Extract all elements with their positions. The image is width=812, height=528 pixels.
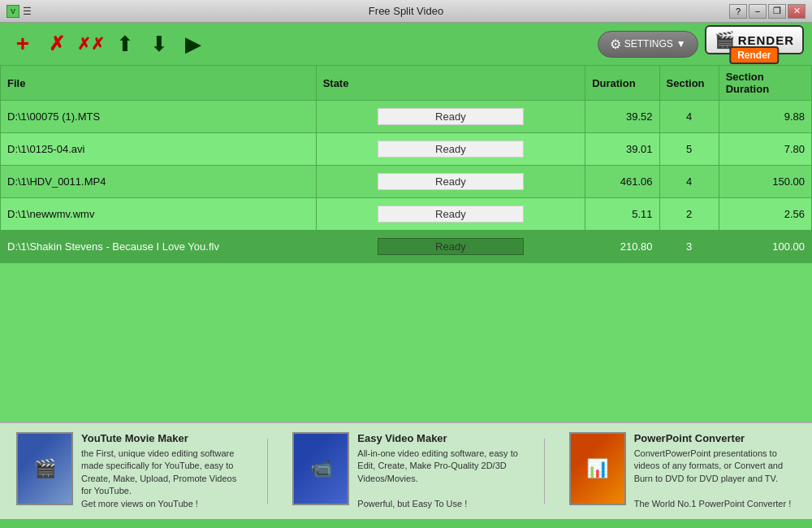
- menu-icon[interactable]: ☰: [23, 6, 32, 17]
- table-row[interactable]: D:\1\Shakin Stevens - Because I Love You…: [1, 231, 812, 263]
- cell-file: D:\1\0125-04.avi: [1, 133, 317, 166]
- state-box: Ready: [378, 173, 524, 190]
- cell-duration: 39.52: [585, 101, 659, 133]
- app-icon: V: [6, 5, 19, 18]
- ad-youtube-desc: the First, unique video editing software…: [81, 448, 243, 510]
- cell-section: 3: [659, 231, 719, 263]
- cell-duration: 39.01: [585, 133, 659, 166]
- col-header-section: Section: [659, 66, 719, 101]
- ad-powerpoint-text: PowerPoint Converter ConvertPowerPoint p…: [634, 432, 796, 510]
- cell-state: Ready: [316, 166, 585, 198]
- cell-section: 4: [659, 101, 719, 133]
- title-bar: V ☰ Free Split Video ? − ❐ ✕: [0, 0, 812, 23]
- ad-powerpoint-thumb: 📊: [569, 432, 626, 505]
- cell-duration: 210.80: [585, 231, 659, 263]
- window-controls: ? − ❐ ✕: [729, 4, 806, 19]
- toolbar: + ✗ ✗✗ ⬆ ⬇ ▶ ⚙ SETTINGS ▼ 🎬 RENDER Rende…: [0, 23, 812, 65]
- state-box: Ready: [378, 206, 524, 223]
- empty-area: [0, 263, 812, 422]
- settings-button[interactable]: ⚙ SETTINGS ▼: [598, 31, 698, 58]
- move-down-button[interactable]: ⬇: [145, 29, 174, 58]
- settings-label: SETTINGS: [624, 38, 673, 50]
- cell-section-dur: 150.00: [719, 166, 811, 198]
- cell-state: Ready: [316, 198, 585, 231]
- ad-youtube: 🎬 YouTute Movie Maker the First, unique …: [16, 432, 243, 510]
- ad-powerpoint: 📊 PowerPoint Converter ConvertPowerPoint…: [569, 432, 796, 510]
- table-row[interactable]: D:\1\newwmv.wmvReady5.1122.56: [1, 198, 812, 231]
- file-table: File State Duration Section Section Dura…: [0, 65, 812, 263]
- render-button-label: RENDER: [738, 33, 794, 47]
- ad-easyvideo-thumb: 📹: [292, 432, 349, 505]
- move-down-icon: ⬇: [150, 32, 168, 57]
- move-up-icon: ⬆: [116, 32, 134, 57]
- cell-file: D:\1\00075 (1).MTS: [1, 101, 317, 133]
- cell-section-dur: 9.88: [719, 101, 811, 133]
- col-header-file: File: [1, 66, 317, 101]
- state-box: Ready: [378, 238, 524, 255]
- cell-duration: 461.06: [585, 166, 659, 198]
- cell-section: 5: [659, 133, 719, 166]
- ad-youtube-title: YouTute Movie Maker: [81, 432, 243, 444]
- ad-easyvideo-desc: All-in-one video editing software, easy …: [357, 448, 519, 510]
- ad-easyvideo-text: Easy Video Maker All-in-one video editin…: [357, 432, 519, 510]
- remove-icon: ✗: [49, 32, 65, 55]
- file-table-body: D:\1\00075 (1).MTSReady39.5249.88D:\1\01…: [1, 101, 812, 263]
- play-icon: ▶: [185, 32, 201, 57]
- cell-file: D:\1\Shakin Stevens - Because I Love You…: [1, 231, 317, 263]
- ad-divider-1: [267, 439, 268, 504]
- minimize-button[interactable]: −: [749, 4, 767, 19]
- cell-state: Ready: [316, 231, 585, 263]
- table-header-row: File State Duration Section Section Dura…: [1, 66, 812, 101]
- cell-file: D:\1\HDV_0011.MP4: [1, 166, 317, 198]
- ad-youtube-thumb: 🎬: [16, 432, 73, 505]
- add-button[interactable]: +: [8, 29, 37, 58]
- play-button[interactable]: ▶: [179, 29, 208, 58]
- render-button[interactable]: 🎬 RENDER Render: [705, 25, 804, 54]
- cell-state: Ready: [316, 101, 585, 133]
- cell-section: 4: [659, 166, 719, 198]
- window-title: Free Split Video: [369, 5, 443, 17]
- gear-icon: ⚙: [610, 37, 621, 52]
- ad-powerpoint-title: PowerPoint Converter: [634, 432, 796, 444]
- bottom-ads-area: 🎬 YouTute Movie Maker the First, unique …: [0, 422, 812, 519]
- remove-all-button[interactable]: ✗✗: [76, 29, 106, 58]
- ad-youtube-text: YouTute Movie Maker the First, unique vi…: [81, 432, 243, 510]
- toolbar-right: ⚙ SETTINGS ▼ 🎬 RENDER Render: [598, 25, 804, 63]
- remove-button[interactable]: ✗: [42, 29, 71, 58]
- move-up-button[interactable]: ⬆: [110, 29, 140, 58]
- ad-powerpoint-desc: ConvertPowerPoint presentations to video…: [634, 448, 796, 510]
- cell-section: 2: [659, 198, 719, 231]
- remove-all-icon: ✗✗: [77, 34, 105, 54]
- main-area: File State Duration Section Section Dura…: [0, 65, 812, 263]
- cell-section-dur: 7.80: [719, 133, 811, 166]
- restore-button[interactable]: ❐: [768, 4, 786, 19]
- close-button[interactable]: ✕: [788, 4, 806, 19]
- help-button[interactable]: ?: [729, 4, 747, 19]
- render-button-wrap: 🎬 RENDER Render: [705, 25, 804, 54]
- state-box: Ready: [378, 108, 524, 125]
- add-icon: +: [16, 32, 29, 55]
- col-header-section-dur: Section Duration: [719, 66, 811, 101]
- table-row[interactable]: D:\1\0125-04.aviReady39.0157.80: [1, 133, 812, 166]
- cell-file: D:\1\newwmv.wmv: [1, 198, 317, 231]
- cell-duration: 5.11: [585, 198, 659, 231]
- table-row[interactable]: D:\1\HDV_0011.MP4Ready461.064150.00: [1, 166, 812, 198]
- ad-easyvideo: 📹 Easy Video Maker All-in-one video edit…: [292, 432, 519, 510]
- col-header-state: State: [316, 66, 585, 101]
- table-row[interactable]: D:\1\00075 (1).MTSReady39.5249.88: [1, 101, 812, 133]
- ad-divider-2: [544, 439, 545, 504]
- col-header-duration: Duration: [585, 66, 659, 101]
- state-box: Ready: [378, 141, 524, 158]
- cell-state: Ready: [316, 133, 585, 166]
- cell-section-dur: 100.00: [719, 231, 811, 263]
- ad-easyvideo-title: Easy Video Maker: [357, 432, 519, 444]
- cell-section-dur: 2.56: [719, 198, 811, 231]
- render-popup-label: Render: [729, 46, 779, 64]
- settings-dropdown-icon: ▼: [676, 38, 686, 50]
